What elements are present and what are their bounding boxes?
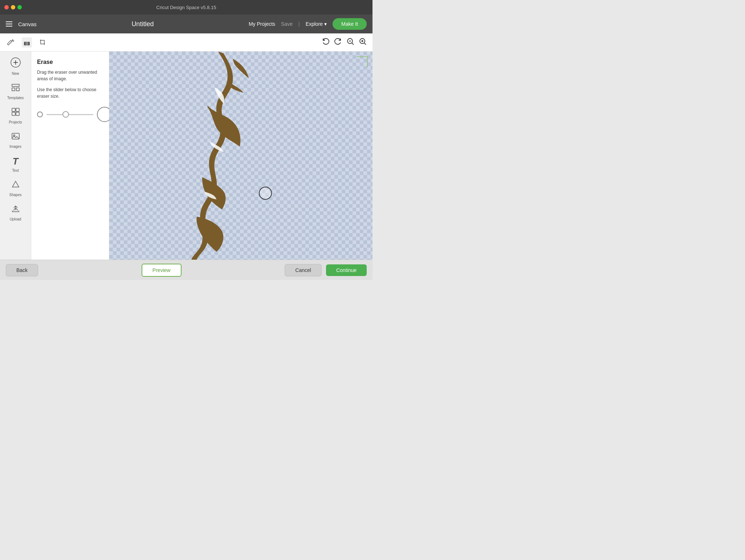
sidebar-item-projects[interactable]: Projects bbox=[3, 104, 28, 127]
toolbar bbox=[0, 33, 372, 52]
menu-icon[interactable] bbox=[6, 21, 12, 27]
svg-rect-5 bbox=[12, 108, 15, 111]
project-title[interactable]: Untitled bbox=[131, 20, 154, 28]
erase-description-1: Drag the eraser over unwanted areas of i… bbox=[37, 69, 103, 82]
svg-rect-7 bbox=[12, 112, 15, 115]
app-title: Cricut Design Space v5.8.15 bbox=[156, 5, 216, 10]
explore-button[interactable]: Explore ▾ bbox=[306, 21, 327, 27]
toolbar-right bbox=[322, 37, 367, 47]
sidebar-item-label-shapes: Shapes bbox=[9, 193, 22, 197]
artwork-svg bbox=[146, 52, 309, 260]
close-button[interactable] bbox=[4, 5, 9, 9]
canvas-area[interactable] bbox=[109, 52, 372, 260]
sidebar-item-templates[interactable]: Templates bbox=[3, 80, 28, 103]
back-button[interactable]: Back bbox=[6, 264, 38, 276]
header-center: Untitled bbox=[42, 20, 243, 28]
corner-selection-lines bbox=[335, 53, 371, 89]
maximize-button[interactable] bbox=[17, 5, 22, 9]
left-sidebar: New Templates Projects bbox=[0, 52, 31, 260]
canvas-label: Canvas bbox=[18, 21, 37, 27]
eraser-small-indicator bbox=[37, 111, 43, 117]
images-icon bbox=[11, 131, 20, 143]
redo-button[interactable] bbox=[334, 37, 342, 47]
continue-button[interactable]: Continue bbox=[326, 264, 367, 276]
upload-icon bbox=[11, 204, 20, 216]
svg-rect-8 bbox=[16, 112, 19, 115]
svg-rect-9 bbox=[12, 133, 19, 139]
templates-icon bbox=[11, 83, 20, 94]
sidebar-item-label-images: Images bbox=[9, 145, 21, 149]
zoom-out-button[interactable] bbox=[346, 37, 354, 47]
shapes-icon bbox=[11, 180, 20, 191]
sidebar-item-upload[interactable]: Upload bbox=[3, 201, 28, 224]
erase-panel: Erase Drag the eraser over unwanted area… bbox=[31, 52, 109, 260]
sidebar-item-label-new: New bbox=[12, 72, 19, 76]
magic-tool-button[interactable] bbox=[6, 37, 16, 48]
canvas-checkerboard[interactable] bbox=[109, 52, 372, 260]
eraser-cursor bbox=[259, 187, 272, 200]
header-divider: | bbox=[298, 21, 300, 27]
chevron-down-icon: ▾ bbox=[324, 21, 327, 27]
projects-icon bbox=[11, 107, 20, 119]
sidebar-item-label-text: Text bbox=[12, 169, 19, 173]
save-button[interactable]: Save bbox=[281, 21, 293, 27]
make-it-button[interactable]: Make It bbox=[333, 18, 367, 30]
svg-rect-1 bbox=[25, 42, 28, 45]
sidebar-item-text[interactable]: T Text bbox=[3, 153, 28, 175]
undo-button[interactable] bbox=[322, 37, 330, 47]
content-area: New Templates Projects bbox=[0, 52, 372, 260]
cancel-button[interactable]: Cancel bbox=[285, 264, 322, 276]
svg-rect-6 bbox=[16, 108, 19, 111]
crop-tool-button[interactable] bbox=[38, 37, 48, 48]
main-header: Canvas Untitled My Projects Save | Explo… bbox=[0, 15, 372, 33]
sidebar-item-shapes[interactable]: Shapes bbox=[3, 177, 28, 200]
zoom-in-button[interactable] bbox=[359, 37, 367, 47]
eraser-size-slider[interactable] bbox=[46, 114, 93, 115]
bottom-bar: Back Preview Cancel Continue bbox=[0, 260, 372, 280]
title-bar: Cricut Design Space v5.8.15 bbox=[0, 0, 372, 15]
sidebar-item-new[interactable]: New bbox=[3, 54, 28, 78]
sidebar-item-label-upload: Upload bbox=[10, 217, 21, 221]
header-right: My Projects Save | Explore ▾ Make It bbox=[249, 18, 367, 30]
bottom-right-actions: Cancel Continue bbox=[285, 264, 367, 276]
my-projects-link[interactable]: My Projects bbox=[249, 21, 275, 27]
sidebar-item-label-projects: Projects bbox=[9, 120, 22, 124]
sidebar-item-label-templates: Templates bbox=[7, 96, 24, 100]
text-icon: T bbox=[13, 156, 19, 167]
erase-title: Erase bbox=[37, 59, 103, 65]
preview-button[interactable]: Preview bbox=[142, 264, 182, 277]
artwork-shape bbox=[191, 52, 249, 260]
plus-icon bbox=[11, 57, 21, 70]
minimize-button[interactable] bbox=[11, 5, 15, 9]
erase-description-2: Use the slider below to choose eraser si… bbox=[37, 86, 103, 100]
erase-tool-button[interactable] bbox=[22, 37, 32, 48]
sidebar-item-images[interactable]: Images bbox=[3, 129, 28, 151]
erase-slider-area bbox=[37, 107, 103, 122]
window-controls[interactable] bbox=[4, 5, 22, 9]
